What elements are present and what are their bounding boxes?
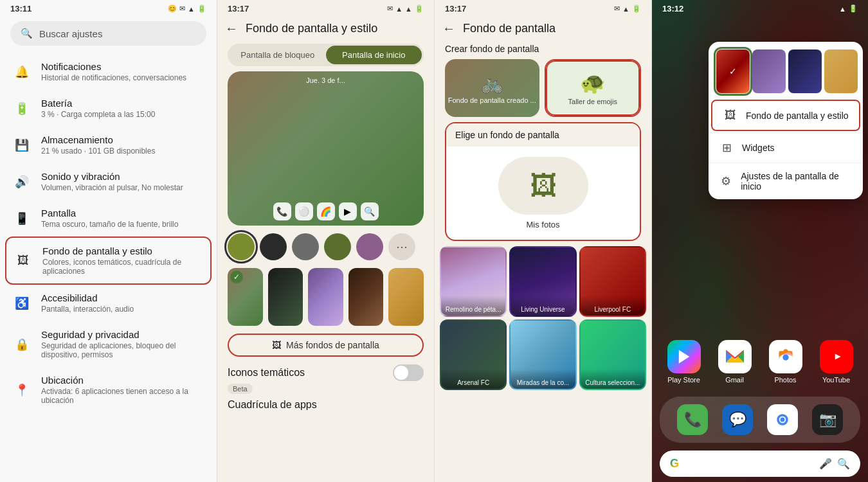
youtube-label: YouTube — [822, 376, 850, 384]
home-app-playstore[interactable]: Play Store — [662, 340, 705, 384]
search-bar[interactable]: 🔍 Buscar ajustes — [10, 21, 206, 46]
dock-camera[interactable]: 📷 — [812, 404, 843, 435]
home-search-bar[interactable]: G 🎤 🔍 — [660, 451, 860, 477]
gmail-label: Gmail — [725, 376, 744, 384]
ctx-widgets-item[interactable]: ⊞ Widgets — [709, 132, 863, 163]
home-app-youtube[interactable]: YouTube — [815, 340, 858, 384]
more-wallpapers-button[interactable]: 🖼 Más fondos de pantalla — [228, 334, 424, 357]
living-label: Living Universe — [511, 296, 575, 316]
svg-marker-0 — [678, 350, 689, 364]
swatch-5[interactable] — [356, 233, 383, 260]
wallpaper-thumb-4[interactable] — [348, 268, 384, 326]
back-button-2[interactable]: ← — [225, 21, 238, 36]
arsenal-label: Arsenal FC — [441, 369, 505, 389]
back-button-3[interactable]: ← — [442, 21, 455, 36]
home-wifi-icon: ▲ — [839, 5, 846, 13]
settings-item-ubicacion[interactable]: 📍 Ubicación Activada: 6 aplicaciones tie… — [5, 367, 212, 413]
wallpaper-thumb-1[interactable]: ✓ — [228, 268, 263, 326]
ctx-wallpaper-item[interactable]: 🖼 Fondo de pantalla y estilo — [711, 100, 860, 131]
ctx-thumb-2[interactable] — [752, 49, 786, 93]
preview-chrome-icon: ⚪ — [295, 202, 313, 220]
display-icon: 📱 — [13, 210, 31, 228]
ctx-settings-label: Ajustes de la pantalla de inicio — [741, 171, 853, 192]
wallpaper-thumb-5[interactable] — [388, 268, 424, 326]
status-icons-1: 😊 ✉ ▲ 🔋 — [168, 4, 206, 13]
lens-icon[interactable]: 🔍 — [837, 458, 850, 470]
fondo-sub: Colores, iconos temáticos, cuadrícula de… — [42, 258, 203, 276]
settings-menu-icon: ⚙ — [719, 174, 733, 188]
ctx-settings-item[interactable]: ⚙ Ajustes de la pantalla de inicio — [709, 163, 863, 199]
settings-item-accesibilidad[interactable]: ♿ Accesibilidad Pantalla, interacción, a… — [5, 285, 212, 321]
grid-item-arsenal[interactable]: Arsenal FC — [440, 319, 507, 390]
playstore-icon — [667, 340, 701, 373]
ctx-thumb-3[interactable] — [788, 49, 822, 93]
panel2-header: ← Fondo de pantalla y estilo — [217, 16, 434, 41]
home-dock: 📞 💬 📷 — [660, 397, 860, 443]
remolino-label: Remolino de péta... — [441, 296, 505, 316]
dock-chrome[interactable] — [767, 404, 798, 435]
storage-icon: 💾 — [13, 136, 31, 154]
photos-label: Photos — [774, 376, 796, 384]
swatch-more-button[interactable]: ⋯ — [388, 233, 415, 260]
ctx-thumb-current[interactable]: ✓ — [716, 49, 750, 93]
created-wallpaper-card[interactable]: 🚲 Fondo de pantalla creado ... — [445, 59, 539, 117]
wallpaper-thumb-2[interactable] — [268, 268, 303, 326]
iconos-toggle[interactable] — [393, 364, 424, 381]
tab-lock-screen[interactable]: Pantalla de bloqueo — [230, 46, 326, 64]
wallpaper-thumb-3[interactable] — [308, 268, 343, 326]
tab-home-screen[interactable]: Pantalla de inicio — [326, 46, 422, 64]
grid-item-remolino[interactable]: Remolino de péta... — [440, 246, 507, 317]
more-wallpapers-icon: 🖼 — [272, 340, 281, 350]
home-battery-icon: 🔋 — [849, 4, 858, 13]
pantalla-title: Pantalla — [41, 208, 204, 219]
grid-item-miradas[interactable]: Miradas de la co... — [509, 319, 576, 390]
bell-icon: 🔔 — [13, 63, 31, 81]
settings-item-almacenamiento[interactable]: 💾 Almacenamiento 21 % usado · 101 GB dis… — [5, 127, 212, 163]
preview-app-row: 📞 ⚪ 🌈 ▶ 🔍 — [233, 202, 419, 220]
panel2-title: Fondo de pantalla y estilo — [246, 22, 377, 35]
signal-icon: ▲ — [395, 5, 402, 13]
ctx-thumb-4[interactable] — [824, 49, 858, 93]
grid-item-living[interactable]: Living Universe — [509, 246, 576, 317]
dock-messages[interactable]: 💬 — [722, 404, 753, 435]
choose-wallpaper-panel: 13:17 ✉ ▲ 🔋 ← Fondo de pantalla Crear fo… — [435, 0, 652, 482]
ctx-wallpaper-label: Fondo de pantalla y estilo — [746, 111, 849, 121]
settings-item-seguridad[interactable]: 🔒 Seguridad y privacidad Seguridad de ap… — [5, 321, 212, 367]
location-icon: 📍 — [13, 381, 31, 399]
home-screen-panel: 13:12 ▲ 🔋 ✓ 🖼 Fondo de pantalla y es — [652, 0, 868, 482]
voice-search-icon[interactable]: 🎤 — [819, 458, 832, 470]
swatch-2[interactable] — [260, 233, 287, 260]
grid-item-liverpool[interactable]: Liverpool FC — [579, 246, 646, 317]
cultura-label: Cultura seleccion... — [581, 369, 645, 389]
settings-item-fondo[interactable]: 🖼 Fondo de pantalla y estilo Colores, ic… — [5, 237, 212, 285]
mis-fotos-area[interactable]: 🖼 Mis fotos — [446, 147, 640, 240]
dock-phone[interactable]: 📞 — [677, 404, 708, 435]
settings-item-bateria[interactable]: 🔋 Batería 3 % · Carga completa a las 15:… — [5, 90, 212, 127]
almacenamiento-sub: 21 % usado · 101 GB disponibles — [41, 147, 204, 156]
search-label: Buscar ajustes — [39, 28, 102, 39]
iconos-row: Iconos temáticos — [228, 364, 424, 381]
swatch-1[interactable] — [228, 233, 255, 260]
emoji-taller-card[interactable]: 🐢 Taller de emojis — [545, 59, 642, 117]
status-bar-1: 13:11 😊 ✉ ▲ 🔋 — [0, 0, 217, 16]
grid-item-cultura[interactable]: Cultura seleccion... — [579, 319, 646, 390]
notificaciones-sub: Historial de notificaciones, conversacio… — [41, 73, 204, 82]
status-time-2: 13:17 — [228, 4, 249, 13]
home-app-photos[interactable]: Photos — [764, 340, 807, 384]
preview-youtube-icon: ▶ — [339, 202, 357, 220]
settings-item-notificaciones[interactable]: 🔔 Notificaciones Historial de notificaci… — [5, 53, 212, 90]
preview-date: Jue. 3 de f... — [233, 76, 419, 84]
home-app-gmail[interactable]: Gmail — [713, 340, 756, 384]
panel3-header: ← Fondo de pantalla — [435, 16, 651, 41]
swatch-4[interactable] — [324, 233, 351, 260]
settings-item-sonido[interactable]: 🔊 Sonido y vibración Volumen, vibración … — [5, 163, 212, 200]
swatch-3[interactable] — [292, 233, 319, 260]
home-content: 13:12 ▲ 🔋 ✓ 🖼 Fondo de pantalla y es — [652, 0, 868, 482]
mail-icon-3: ✉ — [614, 4, 620, 13]
liverpool-label: Liverpool FC — [581, 296, 645, 316]
sonido-sub: Volumen, vibración al pulsar, No molesta… — [41, 183, 204, 192]
access-icon: ♿ — [13, 294, 31, 312]
settings-item-pantalla[interactable]: 📱 Pantalla Tema oscuro, tamaño de la fue… — [5, 200, 212, 237]
bateria-title: Batería — [41, 98, 204, 109]
wallpaper-preview: Jue. 3 de f... 📞 ⚪ 🌈 ▶ 🔍 — [228, 71, 424, 226]
